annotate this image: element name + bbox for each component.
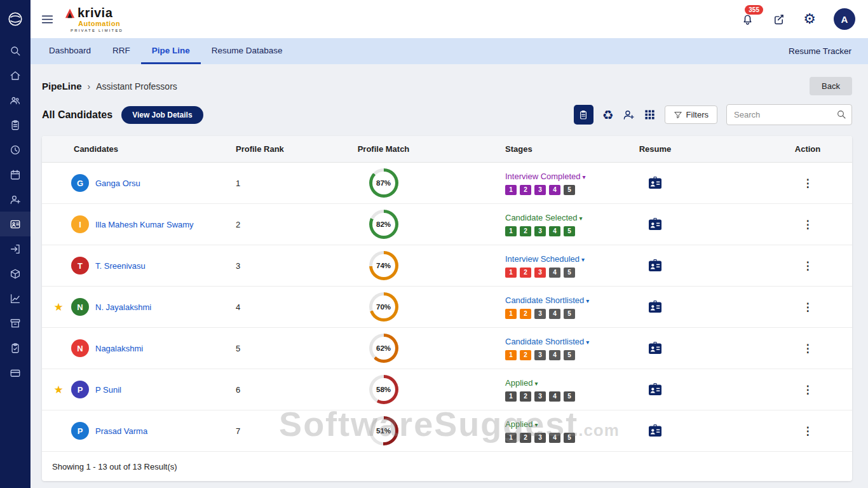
stage-badge: 1 [505,350,517,360]
more-options-button[interactable]: ⋮ [799,383,817,396]
sidebar-item-add-user[interactable] [0,187,31,212]
refresh-pool-button[interactable]: ♻ [602,109,614,121]
stage-status-dropdown[interactable]: Interview Completed▾ [505,172,586,181]
sidebar-brand-emblem[interactable] [7,0,24,38]
sidebar-item-candidates[interactable] [0,212,31,236]
more-options-button[interactable]: ⋮ [799,259,817,273]
column-header-stages: Stages [433,144,598,154]
action-cell: ⋮ [712,301,852,314]
favorite-star-icon[interactable]: ★ [51,383,66,396]
stage-status-dropdown[interactable]: Candidate Selected▾ [505,213,583,222]
more-options-button[interactable]: ⋮ [799,342,817,355]
sidebar-item-tasks[interactable] [0,112,31,137]
clipboard-list-icon [578,110,588,120]
stage-badge: 1 [505,268,517,278]
filters-button[interactable]: Filters [665,105,717,124]
stage-group: Interview Scheduled▾12345 [505,254,585,278]
candidate-name-link[interactable]: T. Sreenivasu [95,261,146,271]
stages-cell: Candidate Selected▾12345 [433,213,598,236]
search-input[interactable] [726,104,852,125]
resume-icon[interactable] [648,383,662,396]
search-submit[interactable] [836,109,846,122]
stage-status-dropdown[interactable]: Applied▾ [505,419,538,429]
stage-group: Candidate Shortlisted▾12345 [505,295,589,319]
sidebar-item-logout[interactable] [0,236,31,261]
user-avatar[interactable]: A [834,8,855,30]
resume-icon[interactable] [648,217,662,231]
profile-match-ring: 70% [369,292,398,322]
more-options-button[interactable]: ⋮ [799,301,817,314]
sidebar-item-team[interactable] [0,88,31,112]
grid-view-button[interactable] [644,109,656,121]
column-header-profile-rank: Profile Rank [223,144,334,154]
page-title: All Candidates [42,109,112,121]
profile-match-value: 74% [372,254,395,277]
chevron-down-icon: ▾ [579,215,582,222]
sidebar-item-history[interactable] [0,137,31,162]
sidebar-item-package[interactable] [0,261,31,286]
breadcrumb-current: Assistant Professors [96,81,177,92]
brand-tagline: PRIVATE LIMITED [71,29,123,32]
more-options-button[interactable]: ⋮ [799,218,817,231]
content-area: PipeLine › Assistant Professors Back All… [31,64,868,488]
sidebar-item-archive[interactable] [0,311,31,336]
tab-rrf[interactable]: RRF [102,38,141,64]
tab-dashboard[interactable]: Dashboard [38,38,102,64]
more-options-button[interactable]: ⋮ [799,424,817,438]
stage-status-dropdown[interactable]: Candidate Shortlisted▾ [505,295,589,305]
resume-icon[interactable] [648,341,662,355]
profile-match-cell: 70% [334,292,433,322]
sidebar-item-home[interactable] [0,63,31,88]
stage-status-dropdown[interactable]: Candidate Shortlisted▾ [505,337,589,346]
stage-badge: 5 [564,268,575,278]
sidebar-item-search[interactable] [0,38,31,63]
resume-icon[interactable] [648,300,662,314]
stage-badge: 4 [549,350,560,360]
candidate-cell: ★IIlla Mahesh Kumar Swamy [42,215,223,233]
person-add-icon [623,109,635,121]
profile-rank-cell: 3 [223,261,334,271]
stage-group: Applied▾12345 [505,419,575,443]
table-row: ★IIlla Mahesh Kumar Swamy282%Candidate S… [42,204,852,245]
notifications-button[interactable]: 355 [741,13,754,26]
candidate-name-link[interactable]: Nagalakshmi [95,344,143,353]
candidate-name-link[interactable]: Prasad Varma [95,426,147,436]
stage-status-dropdown[interactable]: Interview Scheduled▾ [505,254,585,264]
profile-rank-cell: 7 [223,426,334,436]
breadcrumb-separator: › [88,81,91,92]
resume-icon[interactable] [648,176,662,190]
resume-badge-icon [648,341,662,355]
add-candidate-button[interactable] [623,109,635,121]
settings-button[interactable]: ⚙ [803,12,816,26]
favorite-star-icon[interactable]: ★ [51,301,66,314]
brand-logo[interactable]: krivia Automation PRIVATE LIMITED [64,6,123,32]
sidebar-item-calendar[interactable] [0,162,31,187]
candidate-name-link[interactable]: N. Jayalakshmi [95,302,151,312]
candidate-name-link[interactable]: P Sunil [95,385,121,395]
action-cell: ⋮ [712,177,852,190]
tab-pipe-line[interactable]: Pipe Line [141,38,201,64]
breadcrumb-pipeline[interactable]: PipeLine [42,81,82,92]
stage-status-dropdown[interactable]: Applied▾ [505,378,538,388]
tab-resume-database[interactable]: Resume Database [201,38,294,64]
view-job-details-button[interactable]: View Job Details [121,106,203,124]
candidate-avatar: T [71,257,89,274]
sidebar-item-reports[interactable] [0,336,31,360]
resume-cell [598,341,712,355]
report-tool-button[interactable] [574,105,593,125]
resume-icon[interactable] [648,259,662,273]
action-cell: ⋮ [712,259,852,273]
candidate-name-link[interactable]: Ganga Orsu [95,179,140,188]
more-options-button[interactable]: ⋮ [799,177,817,190]
profile-match-cell: 58% [334,375,433,404]
stage-badge: 5 [564,433,575,443]
sidebar-item-analytics[interactable] [0,286,31,311]
resume-icon[interactable] [648,424,662,438]
clipboard-check-icon [10,342,21,354]
sidebar-item-cards[interactable] [0,360,31,385]
table-header-row: Candidates Profile Rank Profile Match St… [42,136,852,163]
hamburger-menu-button[interactable] [41,13,54,26]
back-button[interactable]: Back [810,77,852,95]
candidate-name-link[interactable]: Illa Mahesh Kumar Swamy [95,220,194,229]
share-button[interactable] [772,13,785,26]
